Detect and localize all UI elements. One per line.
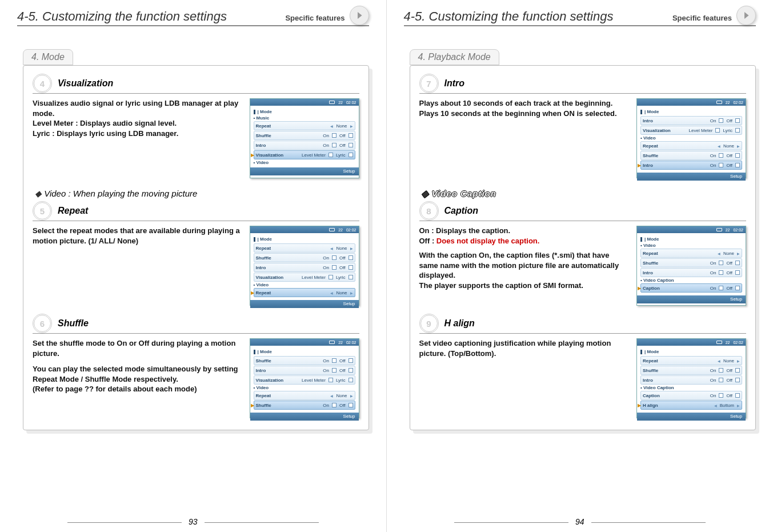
shot-footer: Setup	[637, 413, 746, 421]
chapter-num: 4-5.	[404, 9, 426, 23]
step-4-header: 4 Visualization	[33, 74, 359, 94]
shot-row-repeat-video[interactable]: Repeat◀None▶	[640, 141, 742, 150]
step-number: 7	[419, 74, 439, 93]
shot-row-repeat[interactable]: Repeat◀None▶	[254, 121, 355, 130]
shot-row-intro[interactable]: IntroOnOff	[254, 141, 355, 150]
chapter-text: Customizing the function settings	[42, 9, 227, 23]
shot-row-shuffle-video[interactable]: ShuffleOnOff	[640, 151, 742, 160]
next-arrow-icon[interactable]	[350, 6, 369, 25]
step-title: H align	[444, 318, 747, 329]
step-6-desc1: Set the shuffle mode to On or Off during…	[33, 338, 242, 358]
shot-group-videocap: • Video Caption	[640, 385, 742, 390]
step-6-desc2: You can play the selected mode simultane…	[33, 364, 242, 394]
battery-icon	[329, 101, 335, 104]
step-4-body: Visualizes audio signal or lyric using L…	[33, 98, 359, 178]
sub-video-caption: Video Caption	[422, 189, 747, 199]
step-8-body: On : Displays the caption. Off : Does no…	[419, 226, 747, 306]
step-8-extra: With the caption On, the caption files (…	[419, 250, 629, 290]
shot-footer: Setup	[637, 295, 746, 303]
step-7-desc: Plays about 10 seconds of each track at …	[419, 98, 629, 118]
shot-heading: | Mode	[254, 108, 355, 115]
shot-row-shuffle-video[interactable]: ShuffleOnOff	[640, 258, 742, 267]
step-4-desc1: Visualizes audio signal or lyric using L…	[33, 98, 242, 118]
battery-icon	[329, 228, 335, 231]
step-title: Repeat	[58, 206, 359, 216]
section-tab: 4. Mode	[23, 49, 73, 65]
shot-row-halign[interactable]: ▶H align◀Bottom▶	[640, 401, 742, 410]
device-screenshot: 2202:02 | Mode Repeat◀None▶ ShuffleOnOff…	[636, 338, 746, 418]
page-94: 4-5. Customizing the function settings S…	[387, 0, 774, 532]
shot-row-intro[interactable]: IntroOnOff	[640, 116, 742, 125]
step-4-desc2: Level Meter : Displays audio signal leve…	[33, 118, 242, 138]
battery-icon	[329, 341, 335, 344]
battery-icon	[716, 101, 722, 104]
shot-group-video: • Video	[640, 135, 742, 141]
shot-row-repeat-video[interactable]: Repeat◀None▶	[640, 356, 742, 365]
step-number: 6	[33, 314, 52, 333]
shot-group-music: • Music	[254, 115, 355, 121]
device-screenshot: 2202:02 | Mode • Video Repeat◀None▶ Shuf…	[636, 226, 746, 306]
sub-video: Video : When playing the moving picture	[35, 189, 359, 199]
shot-row-shuffle[interactable]: ShuffleOnOff	[254, 356, 355, 365]
shot-row-vis[interactable]: VisualizationLevel MeterLyric	[640, 126, 742, 135]
step-9-desc: Set video captioning justification while…	[419, 338, 629, 358]
step-number: 5	[33, 201, 52, 221]
shot-row-intro-video[interactable]: IntroOnOff	[640, 268, 742, 277]
shot-row-intro[interactable]: IntroOnOff	[254, 263, 355, 272]
shot-row-vis[interactable]: ▶VisualizationLevel MeterLyric	[254, 150, 355, 159]
shot-row-repeat-video[interactable]: Repeat◀None▶	[640, 249, 742, 258]
device-screenshot: 2202:02 | Mode IntroOnOff VisualizationL…	[636, 98, 746, 178]
shot-row-repeat-video[interactable]: Repeat◀None▶	[254, 391, 355, 400]
shot-row-vis[interactable]: VisualizationLevel MeterLyric	[254, 273, 355, 282]
shot-heading: | Mode	[640, 108, 742, 115]
chapter-tag: Specific features	[285, 14, 345, 22]
chapter-title: 4-5. Customizing the function settings	[404, 9, 614, 24]
section-panel: 7 Intro Plays about 10 seconds of each t…	[410, 65, 756, 430]
shot-row-caption[interactable]: CaptionOnOff	[640, 391, 742, 400]
shot-row-repeat-video[interactable]: ▶Repeat◀None▶	[254, 288, 355, 297]
step-title: Caption	[444, 206, 747, 216]
next-arrow-icon[interactable]	[736, 6, 756, 25]
step-8-desc: On : Displays the caption. Off : Does no…	[419, 226, 629, 290]
shot-heading: | Mode	[640, 348, 742, 355]
chapter-tag: Specific features	[672, 14, 732, 22]
shot-row-shuffle-video[interactable]: ShuffleOnOff	[640, 366, 742, 375]
section-panel: 4 Visualization Visualizes audio signal …	[23, 65, 369, 430]
shot-group-video: • Video	[254, 160, 355, 165]
shot-row-caption[interactable]: ▶CaptionOnOff	[640, 283, 742, 293]
shot-row-shuffle[interactable]: ShuffleOnOff	[254, 253, 355, 262]
shot-group-video: • Video	[254, 385, 355, 390]
shot-group-video: • Video	[254, 282, 355, 287]
step-5-body: Select the repeat modes that are availab…	[33, 226, 359, 306]
shot-row-shuffle[interactable]: ShuffleOnOff	[254, 131, 355, 140]
step-5-header: 5 Repeat	[33, 201, 359, 221]
shot-heading: | Mode	[254, 348, 355, 355]
step-8-header: 8 Caption	[419, 201, 747, 221]
battery-icon	[716, 228, 722, 231]
chapter-header: 4-5. Customizing the function settings S…	[17, 0, 369, 26]
step-9-body: Set video captioning justification while…	[419, 338, 747, 418]
chapter-num: 4-5.	[17, 9, 39, 23]
step-5-desc: Select the repeat modes that are availab…	[33, 226, 242, 246]
clock-value: 02:02	[346, 101, 357, 105]
page-number: 93	[0, 517, 386, 526]
shot-row-intro-video[interactable]: IntroOnOff	[640, 375, 742, 385]
step-number: 4	[33, 74, 52, 93]
step-6-header: 6 Shuffle	[33, 314, 359, 334]
shot-row-vis[interactable]: VisualizationLevel MeterLyric	[254, 375, 355, 385]
shot-heading: | Mode	[254, 235, 355, 243]
shot-row-intro-video[interactable]: ▶IntroOnOff	[640, 161, 742, 170]
shot-row-repeat[interactable]: Repeat◀None▶	[254, 243, 355, 253]
chapter-title: 4-5. Customizing the function settings	[17, 9, 227, 24]
step-9-header: 9 H align	[419, 314, 747, 334]
shot-footer: Setup	[637, 173, 746, 181]
shot-group-videocap: • Video Caption	[640, 278, 742, 283]
shot-footer: Setup	[250, 300, 359, 308]
shot-footer: Setup	[250, 167, 359, 175]
step-8-off: Off : Does not display the caption.	[419, 236, 629, 246]
battery-icon	[716, 341, 722, 344]
shot-row-intro[interactable]: IntroOnOff	[254, 366, 355, 375]
chapter-header: 4-5. Customizing the function settings S…	[404, 0, 756, 26]
shot-group-video: • Video	[640, 243, 742, 248]
shot-row-shuffle-video[interactable]: ▶ShuffleOnOff	[254, 401, 355, 410]
